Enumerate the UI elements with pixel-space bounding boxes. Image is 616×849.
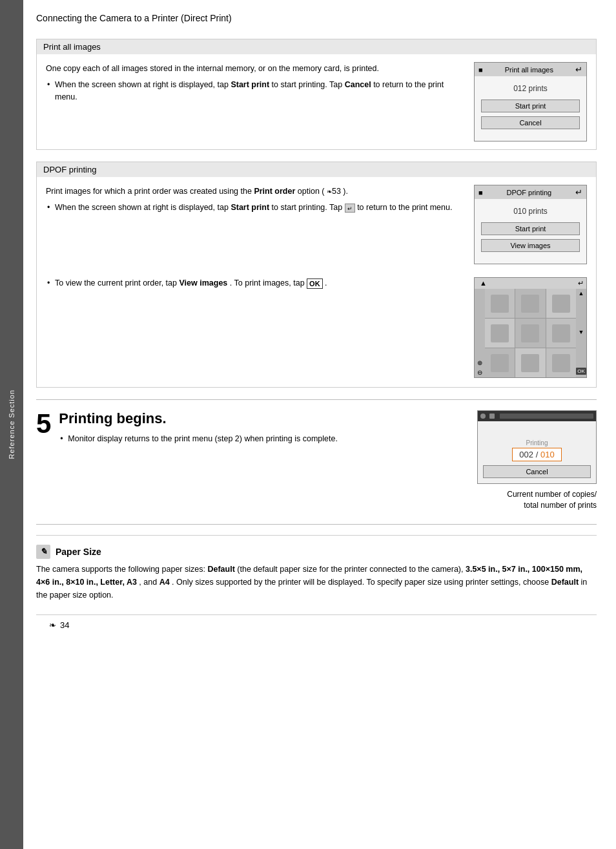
- printing-label: Printing: [526, 439, 548, 446]
- grid-cell-7: [485, 348, 515, 377]
- total-prints: 010: [540, 450, 555, 459]
- nav-panel: ▲ ▼ OK: [576, 289, 586, 377]
- dpof-start-print-btn[interactable]: Start print: [481, 222, 580, 235]
- note-icon: ✎: [36, 545, 50, 559]
- grid-top-left-icon: ▲: [480, 279, 487, 288]
- grid-ok-btn[interactable]: OK: [576, 368, 586, 375]
- ok-box: OK: [307, 278, 323, 289]
- paper-size-section: ✎ Paper Size The camera supports the fol…: [36, 535, 597, 602]
- cam-icon: [489, 414, 495, 419]
- dpof-screen-left-icon: ■: [478, 189, 483, 196]
- step5-left: 5 Printing begins. • Monitor display ret…: [36, 410, 338, 445]
- caption: Current number of copies/ total number o…: [507, 489, 597, 511]
- zoom-panel: ⊕ ⊖: [475, 289, 485, 377]
- print-all-images-text: One copy each of all images stored in th…: [46, 62, 464, 142]
- page-number: 34: [60, 620, 69, 630]
- print-all-images-section: Print all images One copy each of all im…: [36, 39, 597, 150]
- footer-icon: ❧: [49, 620, 56, 630]
- dpof-back-icon: ↵: [575, 187, 582, 197]
- bullet-mid: to start printing. Tap: [272, 80, 343, 89]
- screen-left-icon: ■: [478, 66, 483, 74]
- grid-cell-1: [485, 289, 515, 318]
- step5-content: Printing begins. • Monitor display retur…: [59, 410, 338, 445]
- grid-main: ⊕ ⊖: [475, 289, 586, 377]
- dpof-text: Print images for which a print order was…: [46, 185, 464, 264]
- step5-title: Printing begins.: [59, 410, 338, 427]
- print-all-images-header: Print all images: [37, 39, 596, 54]
- grid-cell-3: [546, 289, 576, 318]
- caption-line1: Current number of copies/: [507, 489, 597, 500]
- screen-prints: 012 prints: [513, 84, 548, 93]
- dpof-header: DPOF printing: [37, 162, 596, 177]
- section-rule: [36, 399, 597, 400]
- return-icon: ↵: [345, 204, 355, 213]
- separator: /: [536, 450, 540, 459]
- nav-up-icon: ▲: [579, 290, 584, 297]
- dpof-screen1-header: ■ DPOF printing ↵: [475, 185, 586, 199]
- dpof-bullet2-text: To view the current print order, tap Vie…: [46, 277, 464, 292]
- current-copies: 002: [519, 450, 533, 459]
- grid-screen-header: ▲ ↵: [475, 278, 586, 289]
- grid-cell-4: [485, 319, 515, 348]
- zoom-out-icon: ⊖: [477, 369, 482, 376]
- print-all-images-content: One copy each of all images stored in th…: [37, 54, 596, 149]
- step5-number: 5: [36, 410, 51, 437]
- grid-cell-9: [546, 348, 576, 377]
- page-title: Connecting the Camera to a Printer (Dire…: [36, 13, 597, 27]
- caption-line2: total number of prints: [507, 500, 597, 511]
- dpof-bullet2: To view the current print order, tap Vie…: [46, 277, 464, 289]
- paper-size-text: The camera supports the following paper …: [36, 563, 597, 602]
- screen-header: ■ Print all images ↵: [475, 63, 586, 76]
- printing-screen-header: [478, 411, 596, 421]
- print-all-bullet: When the screen shown at right is displa…: [46, 79, 464, 103]
- start-print-label: Start print: [231, 80, 269, 89]
- printing-cancel-btn[interactable]: Cancel: [483, 465, 591, 478]
- dpof-content: Print images for which a print order was…: [37, 177, 596, 272]
- dpof-view-images-btn[interactable]: View images: [481, 239, 580, 252]
- dpof-grid-screen: ▲ ↵ ⊕ ⊖: [474, 277, 587, 378]
- screen-start-print-btn[interactable]: Start print: [481, 100, 580, 112]
- screen-cancel-btn[interactable]: Cancel: [481, 116, 580, 129]
- grid-cell-8: [515, 348, 545, 377]
- grid-back-icon: ↵: [578, 279, 584, 288]
- printing-screen-body: Printing 002 / 010 Cancel: [478, 421, 596, 483]
- image-grid: [485, 289, 576, 377]
- bullet-pre: When the screen shown at right is displa…: [55, 80, 229, 89]
- dpof-section: DPOF printing Print images for which a p…: [36, 162, 597, 388]
- printing-count-box: 002 / 010: [512, 448, 561, 461]
- grid-cell-6: [546, 319, 576, 348]
- step5-section: 5 Printing begins. • Monitor display ret…: [36, 410, 597, 511]
- footer-page-num: 34: [60, 620, 69, 630]
- printing-screen: Printing 002 / 010 Cancel: [477, 410, 597, 484]
- nav-down-icon: ▼: [579, 329, 584, 335]
- zoom-in-icon: ⊕: [477, 359, 482, 366]
- print-all-description: One copy each of all images stored in th…: [46, 62, 464, 75]
- step5-right: Printing 002 / 010 Cancel Current number…: [477, 410, 597, 511]
- step5-bullet: • Monitor display returns to the print m…: [59, 432, 338, 445]
- screen-title: Print all images: [505, 66, 553, 74]
- main-content: Connecting the Camera to a Printer (Dire…: [23, 0, 616, 849]
- dpof-bullet1: When the screen shown at right is displa…: [46, 202, 464, 214]
- dpof-screen1-body: 010 prints Start print View images: [475, 199, 586, 264]
- dpof-description: Print images for which a print order was…: [46, 185, 464, 198]
- cam-body: [500, 414, 593, 419]
- dpof-bullet2-row: To view the current print order, tap Vie…: [37, 272, 596, 387]
- cancel-label: Cancel: [345, 80, 371, 89]
- sidebar-label: Reference Section: [8, 390, 15, 459]
- dpof-screen1: ■ DPOF printing ↵ 010 prints Start print…: [474, 185, 587, 264]
- sidebar: Reference Section: [0, 0, 23, 849]
- dpof-screen1-title: DPOF printing: [506, 189, 551, 196]
- grid-cell-5: [515, 319, 545, 348]
- screen-body: 012 prints Start print Cancel: [475, 76, 586, 141]
- paper-size-header: ✎ Paper Size: [36, 545, 597, 559]
- power-icon: [480, 414, 486, 419]
- page-footer: ❧ 34: [36, 614, 597, 635]
- paper-size-title: Paper Size: [56, 547, 101, 557]
- grid-cell-2: [515, 289, 545, 318]
- print-all-screen: ■ Print all images ↵ 012 prints Start pr…: [474, 62, 587, 142]
- back-icon: ↵: [575, 65, 582, 74]
- dpof-screen1-prints: 010 prints: [513, 207, 548, 216]
- paper-size-rule: [36, 524, 597, 525]
